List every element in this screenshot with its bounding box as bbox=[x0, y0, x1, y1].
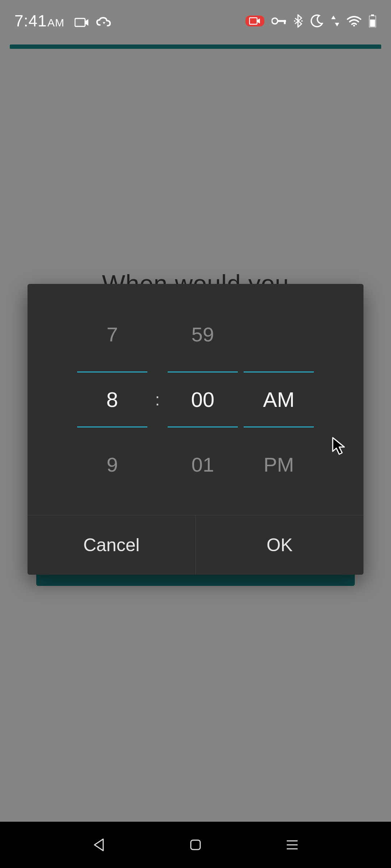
svg-rect-4 bbox=[284, 20, 286, 24]
minute-next-value[interactable]: 01 bbox=[165, 432, 241, 497]
wheel-divider bbox=[168, 371, 238, 373]
hour-next-value[interactable]: 9 bbox=[74, 432, 150, 497]
status-bar: 7:41 AM bbox=[0, 0, 391, 42]
svg-rect-0 bbox=[75, 18, 85, 26]
battery-icon bbox=[369, 14, 377, 27]
hour-current-value[interactable]: 8 bbox=[74, 367, 150, 432]
ampm-wheel[interactable]: AM PM bbox=[241, 302, 317, 497]
ampm-prev-value[interactable] bbox=[241, 302, 317, 367]
mouse-cursor-icon bbox=[331, 436, 347, 458]
wheel-divider bbox=[77, 426, 147, 427]
svg-point-7 bbox=[353, 25, 355, 26]
time-picker-dialog: 7 8 9 : 59 00 01 AM PM bbox=[28, 284, 363, 575]
dialog-button-row: Cancel OK bbox=[28, 515, 363, 575]
home-button[interactable] bbox=[185, 834, 206, 856]
back-button[interactable] bbox=[88, 834, 110, 856]
time-separator: : bbox=[150, 390, 165, 409]
status-left-group: 7:41 AM bbox=[14, 12, 112, 30]
svg-rect-11 bbox=[191, 840, 200, 850]
svg-point-5 bbox=[294, 20, 295, 22]
minute-wheel[interactable]: 59 00 01 bbox=[165, 302, 241, 497]
status-ampm: AM bbox=[47, 17, 64, 29]
ok-button[interactable]: OK bbox=[196, 515, 364, 575]
wheel-divider bbox=[244, 426, 314, 427]
do-not-disturb-moon-icon bbox=[310, 14, 324, 28]
svg-rect-10 bbox=[370, 20, 375, 27]
camera-icon bbox=[75, 17, 89, 27]
system-navigation-bar bbox=[0, 822, 391, 868]
status-time-value: 7:41 bbox=[14, 12, 47, 30]
cloud-sync-icon bbox=[96, 17, 112, 28]
vpn-key-icon bbox=[272, 17, 287, 25]
hour-wheel[interactable]: 7 8 9 bbox=[74, 302, 150, 497]
wheel-divider bbox=[168, 426, 238, 427]
time-picker-wheels: 7 8 9 : 59 00 01 AM PM bbox=[28, 284, 363, 515]
recent-apps-button[interactable] bbox=[281, 834, 303, 856]
bluetooth-icon bbox=[294, 14, 303, 28]
wheel-divider bbox=[77, 371, 147, 373]
svg-point-6 bbox=[301, 20, 303, 22]
svg-rect-1 bbox=[249, 18, 257, 24]
ampm-current-value[interactable]: AM bbox=[241, 367, 317, 432]
minute-current-value[interactable]: 00 bbox=[165, 367, 241, 432]
record-icon bbox=[245, 16, 264, 26]
hour-prev-value[interactable]: 7 bbox=[74, 302, 150, 367]
data-up-down-icon bbox=[331, 15, 340, 27]
minute-prev-value[interactable]: 59 bbox=[165, 302, 241, 367]
status-time: 7:41 AM bbox=[14, 12, 64, 30]
status-right-group bbox=[245, 14, 377, 28]
svg-point-2 bbox=[272, 18, 278, 24]
ampm-next-value[interactable]: PM bbox=[241, 432, 317, 497]
wheel-divider bbox=[244, 371, 314, 373]
wifi-icon bbox=[347, 16, 361, 26]
cancel-button[interactable]: Cancel bbox=[28, 515, 196, 575]
